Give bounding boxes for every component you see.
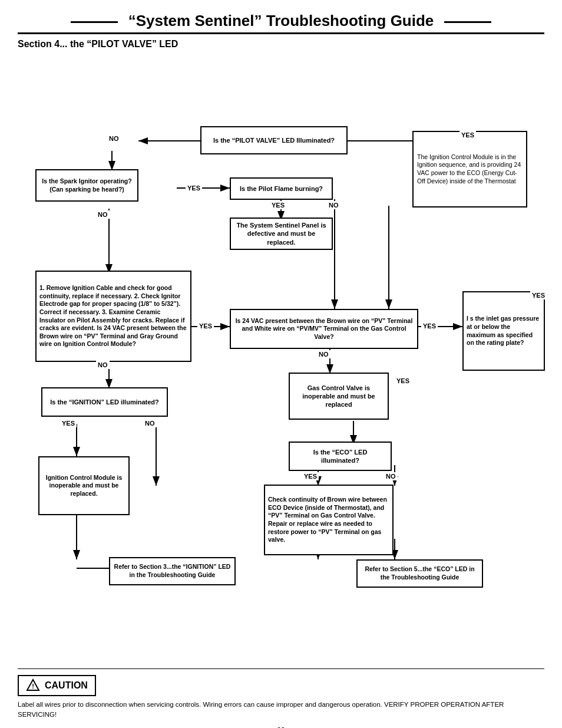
inlet-gas-question: I s the inlet gas pressure at or below t…	[462, 291, 545, 371]
gas-valve-inoperable: Gas Control Valve is inoperable and must…	[289, 373, 389, 420]
yes-label-vac: YES	[421, 322, 438, 330]
section-title: Section 4... the “PILOT VALVE” LED	[18, 39, 544, 50]
ignition-module-inoperable: Ignition Control Module is inoperable an…	[38, 456, 130, 515]
check-ignition: 1. Remove Ignition Cable and check for g…	[35, 271, 191, 362]
pilot-flame-question: Is the Pilot Flame burning?	[230, 177, 333, 200]
caution-text: Label all wires prior to disconnection w…	[18, 700, 544, 720]
yes-label-eco: YES	[302, 472, 319, 480]
yes-label-spark: YES	[186, 184, 202, 192]
caution-title: CAUTION	[45, 680, 88, 691]
no-label-ignition-led: NO	[143, 419, 157, 427]
page-number: 23	[18, 726, 544, 729]
page-title: “System Sentinel” Troubleshooting Guide	[18, 12, 544, 34]
sentinel-defective: The System Sentinel Panel is defective a…	[230, 218, 333, 250]
no-label-pilot: NO	[107, 134, 121, 143]
no-label-flame: NO	[327, 201, 340, 209]
caution-section: ! CAUTION Label all wires prior to disco…	[18, 668, 544, 720]
yes-label-ignition-led: YES	[60, 419, 77, 427]
ignition-module-info: The Ignition Control Module is in the Ig…	[412, 131, 527, 207]
yes-label-inlet-gas: YES	[530, 291, 547, 299]
yes-label-flame: YES	[270, 201, 286, 209]
eco-question: Is the “ECO” LED illuminated?	[289, 442, 392, 471]
no-label-eco: NO	[384, 472, 398, 480]
svg-text:!: !	[32, 683, 34, 690]
check-continuity: Check continuity of Brown wire between E…	[264, 485, 394, 555]
no-label-vac: NO	[317, 350, 330, 358]
no-label-spark-down: NO	[96, 210, 110, 219]
vac-question: Is 24 VAC present between the Brown wire…	[230, 309, 418, 349]
caution-triangle-icon: !	[26, 678, 40, 693]
no-label-check-ignition: NO	[96, 361, 110, 369]
yes-label-top-right: YES	[459, 131, 476, 139]
flowchart: YES -->	[18, 55, 544, 657]
yes-label-check-ignition: YES	[197, 322, 214, 330]
caution-box: ! CAUTION	[18, 675, 96, 696]
pilot-led-question: Is the “PILOT VALVE” LED Illuminated?	[200, 126, 348, 154]
yes-label-gas-valve: YES	[395, 377, 411, 385]
refer-ignition: Refer to Section 3...the “IGNITION” LED …	[109, 557, 236, 585]
spark-question: Is the Spark Ignitor operating? (Can spa…	[35, 169, 138, 202]
ignition-led-question: Is the “IGNITION” LED illuminated?	[41, 387, 168, 417]
refer-eco: Refer to Section 5...the “ECO” LED in th…	[356, 559, 483, 588]
